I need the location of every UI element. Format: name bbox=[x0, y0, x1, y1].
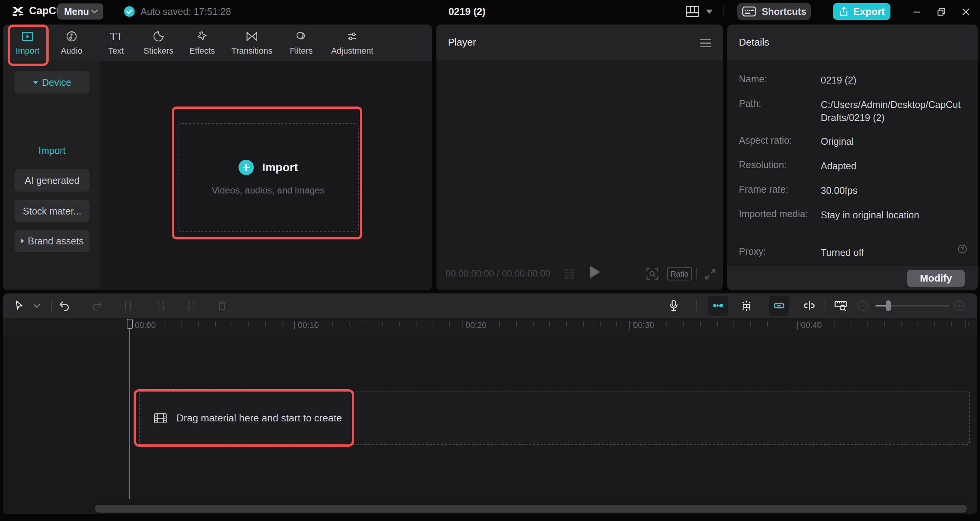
split-button[interactable] bbox=[119, 297, 136, 314]
layout-switch-button[interactable] bbox=[684, 5, 713, 18]
tab-import[interactable]: Import bbox=[7, 25, 49, 61]
tab-label: Transitions bbox=[232, 46, 273, 56]
autosave-text: Auto saved: 17:51:28 bbox=[140, 6, 231, 17]
player-timecode: 00:00:00:00 / 00:00:00:00 bbox=[446, 268, 550, 279]
sidebar-item-ai-generated[interactable]: AI generated bbox=[15, 169, 90, 192]
timeline-ruler[interactable]: 00:00 00:10 00:20 00:30 00:40 bbox=[3, 318, 977, 336]
sidebar-item-import[interactable]: Import bbox=[15, 144, 90, 157]
title-bar: CapCut Menu Auto saved: 17:51:28 0219 (2… bbox=[0, 0, 980, 23]
media-tab-strip: Import Audio TI Text Stickers bbox=[3, 25, 432, 61]
sidebar-item-brand-assets[interactable]: Brand assets bbox=[15, 230, 90, 252]
timeline-horizontal-scrollbar[interactable] bbox=[95, 505, 967, 513]
import-dropzone[interactable]: Import Videos, audios, and images bbox=[178, 123, 359, 232]
caret-right-icon bbox=[21, 238, 24, 244]
detail-value: Adapted bbox=[821, 159, 972, 172]
frame-list-icon[interactable] bbox=[563, 268, 576, 280]
zoom-in-icon[interactable] bbox=[951, 297, 968, 314]
sidebar-item-label: Stock mater... bbox=[23, 206, 82, 217]
select-tool-caret[interactable] bbox=[28, 297, 45, 314]
shortcuts-button[interactable]: Shortcuts bbox=[737, 3, 811, 20]
capcut-app-window: { "top_bar": { "logo": "CapCut", "menu":… bbox=[0, 0, 980, 521]
undo-button[interactable] bbox=[56, 297, 73, 314]
shortcuts-label: Shortcuts bbox=[762, 6, 807, 17]
topbar-divider bbox=[724, 5, 724, 18]
transitions-tab-icon bbox=[245, 30, 258, 43]
export-button[interactable]: Export bbox=[833, 3, 890, 20]
toolbar-divider bbox=[825, 300, 825, 312]
caret-down-icon bbox=[33, 81, 38, 84]
export-icon bbox=[839, 6, 849, 17]
detail-label: Aspect ratio: bbox=[739, 135, 792, 146]
fullscreen-icon[interactable] bbox=[703, 267, 717, 281]
playhead-handle[interactable] bbox=[127, 319, 133, 329]
auto-snap-toggle[interactable] bbox=[708, 296, 728, 316]
drag-hint-text: Drag material here and start to create bbox=[176, 412, 342, 424]
preview-focus-icon[interactable] bbox=[645, 267, 660, 281]
redo-button[interactable] bbox=[89, 297, 106, 314]
tab-label: Stickers bbox=[144, 46, 173, 56]
play-button[interactable] bbox=[590, 266, 600, 278]
mirror-split-icon[interactable] bbox=[801, 297, 818, 314]
tab-stickers[interactable]: Stickers bbox=[137, 25, 180, 61]
details-divider bbox=[739, 234, 966, 234]
delete-left-button[interactable] bbox=[152, 297, 169, 314]
detail-value: C:/Users/Admin/Desktop/CapCut Drafts/021… bbox=[821, 98, 972, 124]
link-toggle[interactable] bbox=[769, 296, 789, 316]
tab-label: Adjustment bbox=[331, 46, 373, 56]
player-panel: Player 00:00:00:00 / 00:00:00:00 Ratio bbox=[436, 25, 723, 290]
stickers-tab-icon bbox=[152, 30, 165, 43]
ruler-label-partial bbox=[965, 320, 965, 329]
restore-window-button[interactable] bbox=[935, 5, 948, 18]
close-button[interactable] bbox=[959, 5, 972, 18]
player-title: Player bbox=[448, 36, 476, 48]
tab-label: Text bbox=[108, 46, 124, 56]
timeline-zoom-handle[interactable] bbox=[886, 300, 891, 311]
delete-right-button[interactable] bbox=[183, 297, 200, 314]
minimize-button[interactable] bbox=[910, 5, 923, 18]
player-menu-icon[interactable] bbox=[700, 39, 711, 49]
effects-tab-icon bbox=[196, 30, 208, 43]
timeline-scale-icon[interactable] bbox=[832, 297, 849, 314]
time-current: 00:00:00:00 bbox=[446, 268, 494, 279]
detail-value: Turned off bbox=[821, 246, 972, 259]
ruler-label: 00:30 bbox=[629, 320, 654, 330]
tab-label: Effects bbox=[189, 46, 215, 56]
sidebar-item-stock-material[interactable]: Stock mater... bbox=[15, 200, 90, 222]
audio-tab-icon bbox=[65, 30, 78, 43]
ratio-button[interactable]: Ratio bbox=[667, 267, 692, 280]
select-tool-button[interactable] bbox=[11, 297, 28, 314]
preview-axis-icon[interactable] bbox=[738, 297, 755, 314]
proxy-help-icon[interactable] bbox=[957, 244, 968, 254]
zoom-out-icon[interactable] bbox=[854, 297, 871, 314]
tab-effects[interactable]: Effects bbox=[181, 25, 223, 61]
sidebar-item-device[interactable]: Device bbox=[15, 71, 90, 93]
tab-adjustment[interactable]: Adjustment bbox=[331, 25, 373, 61]
details-footer: Modify bbox=[727, 266, 978, 290]
detail-label: Imported media: bbox=[739, 208, 808, 220]
tab-audio[interactable]: Audio bbox=[51, 25, 93, 61]
detail-label: Frame rate: bbox=[739, 184, 788, 195]
ruler-ticks bbox=[131, 321, 974, 326]
dropzone-subtitle: Videos, audios, and images bbox=[212, 185, 324, 196]
detail-label: Resolution: bbox=[739, 159, 787, 170]
modify-button[interactable]: Modify bbox=[907, 270, 965, 287]
timeline-track-dropzone[interactable]: Drag material here and start to create bbox=[139, 392, 970, 445]
tab-transitions[interactable]: Transitions bbox=[231, 25, 273, 61]
tab-filters[interactable]: Filters bbox=[280, 25, 322, 61]
delete-button[interactable] bbox=[214, 297, 230, 314]
detail-value: Original bbox=[821, 135, 972, 148]
sidebar-item-label: Import bbox=[39, 145, 66, 156]
player-controls-divider bbox=[696, 268, 697, 279]
timeline-toolbar bbox=[3, 293, 977, 318]
chevron-down-icon bbox=[91, 7, 98, 14]
tab-label: Audio bbox=[61, 46, 82, 56]
layout-panels-icon bbox=[684, 5, 701, 18]
menu-button[interactable]: Menu bbox=[57, 3, 103, 20]
media-panel: Import Audio TI Text Stickers bbox=[3, 25, 432, 290]
dropzone-title: Import bbox=[262, 161, 298, 174]
tab-label: Import bbox=[16, 46, 39, 56]
tab-text[interactable]: TI Text bbox=[95, 25, 137, 61]
ruler-label: 00:00 bbox=[135, 320, 156, 330]
ruler-label: 00:10 bbox=[294, 320, 319, 330]
record-voiceover-icon[interactable] bbox=[665, 297, 682, 314]
